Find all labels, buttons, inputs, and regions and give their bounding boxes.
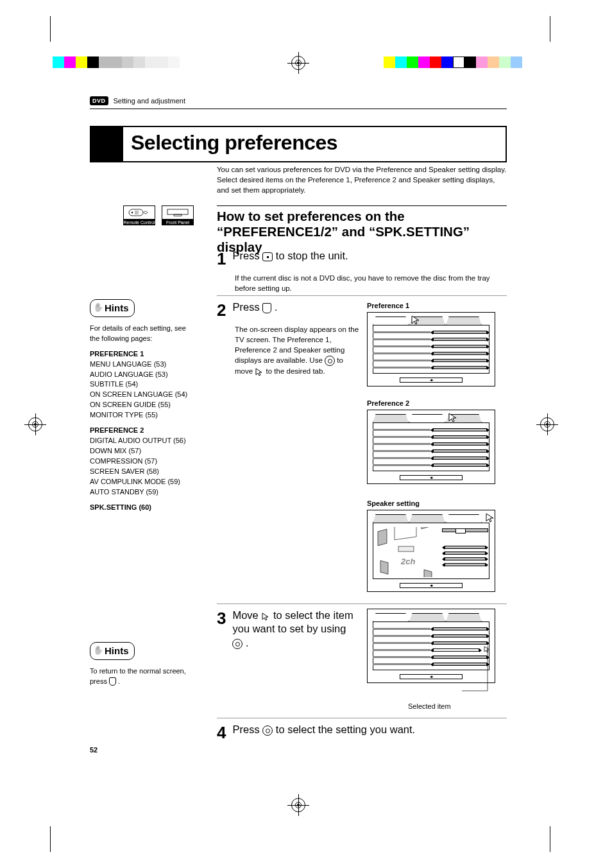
callout-line (462, 646, 500, 704)
remote-control-icon (123, 205, 155, 220)
step-number: 1 (217, 249, 230, 269)
remote-control-label: Remote Control (123, 220, 155, 225)
step-number: 3 (217, 609, 230, 629)
section-header: DVD Setting and adjustment (90, 96, 185, 105)
cursor-icon (255, 367, 264, 376)
registration-mark-left (28, 417, 42, 431)
hints-item: ON SCREEN LANGUAGE (54) (90, 390, 192, 400)
speaker-setting-label: Speaker setting (367, 499, 420, 507)
front-panel-label: Front Panel (162, 220, 194, 225)
preference2-label: Preference 2 (367, 399, 409, 407)
hints-item: SCREEN SAVER (58) (90, 467, 192, 477)
svg-point-1 (132, 212, 133, 213)
hints-group-title: SPK.SETTING (60) (90, 503, 192, 513)
step-body: The on-screen display appears on the TV … (235, 324, 363, 376)
page-number: 52 (90, 746, 98, 754)
divider (217, 603, 507, 604)
registration-mark-top (291, 56, 305, 70)
hints-item: ON SCREEN GUIDE (55) (90, 400, 192, 410)
hints-badge: Hints (90, 299, 135, 317)
step-heading: Press . (232, 300, 277, 314)
hints-item: SUBTITLE (54) (90, 379, 192, 390)
step-body: If the current disc is not a DVD disc, y… (235, 273, 507, 293)
hints-item: DIGITAL AUDIO OUTPUT (56) (90, 436, 192, 446)
page-title-block: Selecting preferences (90, 126, 507, 162)
step-heading: Press to select the setting you want. (232, 723, 415, 736)
crop-mark (50, 826, 51, 852)
color-registration-bar-left (53, 56, 180, 68)
cursor-icon (410, 314, 421, 326)
joystick-icon (262, 725, 273, 736)
hints-item: AV COMPULINK MODE (59) (90, 477, 192, 487)
hints-item: DOWN MIX (57) (90, 446, 192, 456)
divider (217, 718, 507, 718)
stop-button-icon (262, 252, 273, 261)
hints-item: MENU LANGUAGE (53) (90, 360, 192, 370)
hints2-text: To return to the normal screen, press . (90, 666, 192, 687)
svg-rect-7 (378, 529, 387, 546)
joystick-icon (232, 639, 242, 649)
page-title: Selecting preferences (123, 127, 337, 161)
cursor-icon (484, 512, 496, 523)
hints-item: MONITOR TYPE (55) (90, 410, 192, 421)
svg-rect-8 (395, 527, 416, 540)
joystick-icon (325, 356, 335, 366)
hints-item: AUDIO LANGUAGE (53) (90, 370, 192, 380)
registration-mark-bottom (291, 798, 305, 812)
hints-sidebar: Hints For details of each setting, see t… (90, 299, 192, 513)
speaker-2ch-text: 2ch (400, 557, 415, 566)
divider (217, 295, 507, 296)
hints-group-title: PREFERENCE 2 (90, 426, 192, 436)
svg-rect-5 (167, 209, 188, 214)
registration-mark-right (540, 417, 554, 431)
crop-mark (550, 826, 550, 852)
front-panel-icon (162, 205, 194, 220)
hints-group-title: PREFERENCE 1 (90, 349, 192, 360)
svg-rect-12 (424, 569, 432, 577)
step-heading: Press to stop the unit. (232, 249, 348, 263)
step-number: 4 (217, 723, 230, 743)
cursor-icon (261, 612, 270, 621)
preference1-screen (367, 312, 495, 386)
divider (90, 108, 507, 109)
cursor-icon (447, 412, 459, 423)
preference2-screen (367, 410, 495, 484)
crop-mark (50, 16, 51, 42)
hints-sidebar-2: Hints To return to the normal screen, pr… (90, 642, 192, 687)
intro-paragraph: You can set various preferences for DVD … (217, 164, 507, 195)
choose-button-icon (262, 303, 271, 313)
preference1-label: Preference 1 (367, 302, 409, 309)
step-heading: Move to select the item you want to set … (232, 609, 361, 650)
subsection-heading: How to set preferences on the “PREFERENC… (217, 205, 507, 256)
hints-item: AUTO STANDBY (59) (90, 487, 192, 498)
step-number: 2 (217, 300, 230, 320)
dvd-badge: DVD (90, 96, 108, 105)
choose-button-icon (109, 677, 116, 686)
crop-mark (550, 16, 550, 42)
svg-rect-10 (398, 546, 414, 551)
color-registration-bar-right (384, 56, 522, 68)
selected-item-label: Selected item (408, 702, 451, 710)
svg-rect-11 (380, 560, 388, 574)
hints-badge: Hints (90, 642, 135, 660)
svg-rect-9 (421, 527, 430, 529)
speaker-setting-screen: 2ch (367, 510, 495, 592)
speaker-diagram: 2ch (375, 527, 439, 577)
device-indicator-row: Remote Control Front Panel (123, 205, 194, 225)
svg-rect-0 (129, 209, 143, 216)
section-header-text: Setting and adjustment (114, 97, 186, 105)
hints-intro: For details of each setting, see the fol… (90, 324, 192, 344)
hints-item: COMPRESSION (57) (90, 456, 192, 467)
